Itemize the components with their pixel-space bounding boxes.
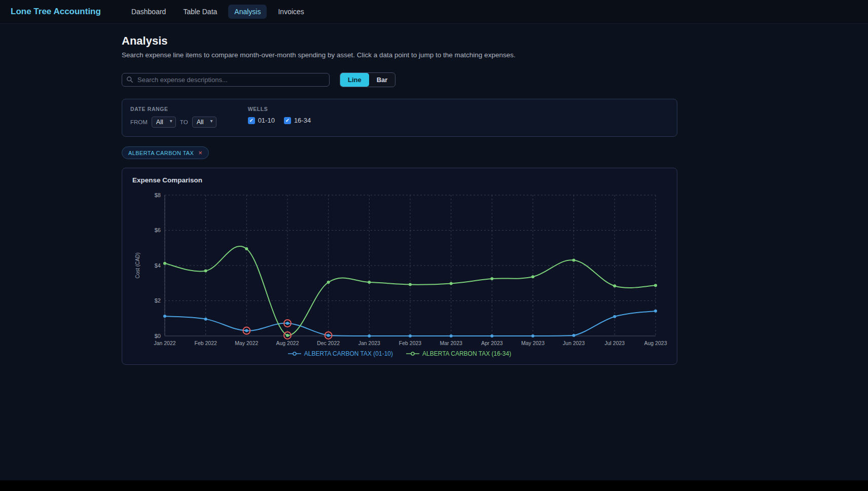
x-tick-label: May 2022 [235,340,258,346]
data-point[interactable] [245,247,248,250]
data-point[interactable] [613,315,616,318]
data-point[interactable] [450,282,453,285]
to-label: TO [180,119,188,125]
date-range-label: DATE RANGE [130,106,216,112]
search-icon [126,76,133,83]
data-point[interactable] [654,284,657,287]
from-month-select[interactable]: All [152,117,176,128]
from-label: FROM [130,119,148,125]
data-point[interactable] [204,269,207,272]
data-point[interactable] [327,281,330,284]
data-point[interactable] [368,334,371,337]
data-point[interactable] [490,277,493,280]
bar-toggle-button[interactable]: Bar [369,73,395,87]
to-select-wrap: All [192,117,216,128]
nav-item-invoices[interactable]: Invoices [272,5,310,19]
nav-item-dashboard[interactable]: Dashboard [125,5,172,19]
data-point[interactable] [654,310,657,313]
x-tick-label: Jan 2023 [358,340,380,346]
nav-items: Dashboard Table Data Analysis Invoices [125,5,310,19]
legend-item-0[interactable]: ALBERTA CARBON TAX (01-10) [288,350,393,357]
x-tick-label: Jul 2023 [604,340,625,346]
data-point[interactable] [204,318,207,321]
chart-type-toggle: Line Bar [340,72,395,87]
x-tick-label: Dec 2022 [317,340,340,346]
data-point[interactable] [245,329,248,332]
x-tick-label: Mar 2023 [440,340,462,346]
expense-comparison-chart[interactable]: $0$2$4$6$8Jan 2022Feb 2022May 2022Aug 20… [132,188,668,349]
data-point[interactable] [531,334,534,337]
y-tick-label: $0 [155,333,161,339]
to-month-select[interactable]: All [192,117,216,128]
data-point[interactable] [450,334,453,337]
wells-group: WELLS ✓ 01-10 ✓ 16-34 [248,106,311,128]
data-point[interactable] [163,262,166,265]
wells-row: ✓ 01-10 ✓ 16-34 [248,117,311,124]
page-subtitle: Search expense line items to compare mon… [122,51,677,59]
data-point[interactable] [531,275,534,278]
search-term-chip: ALBERTA CARBON TAX × [122,146,209,159]
data-point[interactable] [163,315,166,318]
app-brand: Lone Tree Accounting [11,7,101,17]
well-option-16-34[interactable]: ✓ 16-34 [284,117,311,124]
well-checkbox-01-10[interactable]: ✓ [248,117,255,124]
y-tick-label: $8 [155,192,161,198]
data-point[interactable] [613,284,616,287]
data-point[interactable] [490,334,493,337]
data-point[interactable] [409,334,412,337]
data-point[interactable] [368,281,371,284]
page-title: Analysis [122,34,677,48]
x-tick-label: Apr 2023 [481,340,503,346]
x-tick-label: Feb 2023 [399,340,422,346]
data-point[interactable] [409,283,412,286]
x-tick-label: Aug 2022 [276,340,299,346]
well-option-01-10[interactable]: ✓ 01-10 [248,117,275,124]
expense-comparison-card: Expense Comparison $0$2$4$6$8Jan 2022Feb… [122,168,677,365]
top-nav: Lone Tree Accounting Dashboard Table Dat… [0,0,868,24]
chart-legend: ALBERTA CARBON TAX (01-10)ALBERTA CARBON… [132,350,667,357]
chip-remove-icon[interactable]: × [198,149,202,156]
legend-item-1[interactable]: ALBERTA CARBON TAX (16-34) [406,350,511,357]
search-wrap [122,73,330,87]
chart-card-title: Expense Comparison [132,176,667,184]
nav-item-analysis[interactable]: Analysis [228,5,267,19]
main-content: Analysis Search expense line items to co… [122,24,677,365]
chip-label: ALBERTA CARBON TAX [128,150,194,156]
nav-item-table-data[interactable]: Table Data [177,5,223,19]
x-tick-label: Feb 2022 [194,340,217,346]
data-point[interactable] [327,334,330,337]
legend-marker [406,351,419,356]
legend-label: ALBERTA CARBON TAX (01-10) [304,350,393,357]
well-checkbox-16-34[interactable]: ✓ [284,117,291,124]
wells-label: WELLS [248,106,311,112]
x-tick-label: Aug 2023 [644,340,667,346]
controls-row: Line Bar [122,72,677,87]
from-select-wrap: All [152,117,176,128]
date-range-row: FROM All TO All [130,117,216,128]
line-toggle-button[interactable]: Line [340,73,369,87]
data-point[interactable] [572,259,575,262]
x-tick-label: Jan 2022 [154,340,175,346]
search-input[interactable] [122,73,330,87]
y-tick-label: $6 [155,227,161,233]
date-range-group: DATE RANGE FROM All TO All [130,106,216,128]
x-tick-label: Jun 2023 [563,340,585,346]
legend-label: ALBERTA CARBON TAX (16-34) [422,350,511,357]
x-tick-label: May 2023 [521,340,545,346]
filter-panel: DATE RANGE FROM All TO All WELLS [122,99,677,137]
bottom-bar [0,480,868,491]
y-axis-title: Cost (CAD) [135,252,140,278]
selected-terms-row: ALBERTA CARBON TAX × [122,146,677,159]
data-point[interactable] [286,322,289,325]
legend-marker [288,351,301,356]
data-point[interactable] [572,334,575,337]
data-point[interactable] [286,334,289,337]
well-checkbox-label: 01-10 [258,117,275,124]
well-checkbox-label: 16-34 [294,117,311,124]
y-tick-label: $4 [155,262,161,269]
y-tick-label: $2 [155,297,161,304]
